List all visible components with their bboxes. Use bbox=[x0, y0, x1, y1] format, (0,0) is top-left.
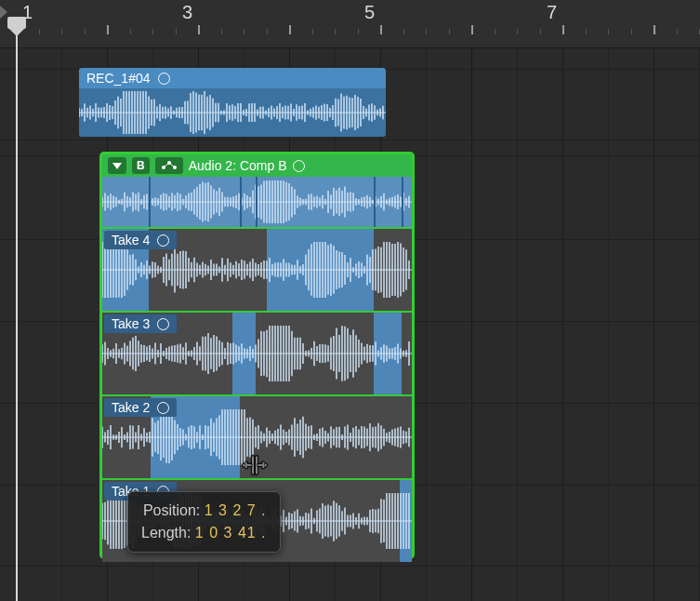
tooltip-row: Position: 1 3 2 7 . bbox=[141, 500, 267, 522]
ruler-tick bbox=[267, 29, 268, 34]
take-label[interactable]: Take 3 bbox=[104, 314, 177, 333]
region-name: REC_1#04 bbox=[86, 71, 151, 86]
grid-line bbox=[517, 48, 518, 601]
ruler-tick bbox=[152, 29, 153, 34]
ruler-tick bbox=[61, 29, 62, 34]
waveform bbox=[79, 91, 386, 134]
loop-icon bbox=[157, 318, 169, 330]
ruler-tick-bar bbox=[654, 25, 655, 34]
tooltip-label: Position: bbox=[143, 502, 200, 518]
ruler-tick bbox=[403, 29, 404, 34]
ruler-tick-bar bbox=[198, 25, 200, 34]
take-label[interactable]: Take 4 bbox=[104, 231, 177, 249]
ruler-tick bbox=[221, 29, 222, 34]
ruler-tick bbox=[130, 29, 131, 34]
grid-line bbox=[0, 566, 700, 567]
tooltip-position-value: 1 3 2 7 . bbox=[205, 502, 267, 518]
comp-segment-divider[interactable] bbox=[240, 177, 242, 227]
tooltip-label: Length: bbox=[141, 525, 191, 541]
ruler-number: 7 bbox=[547, 2, 558, 23]
loop-icon bbox=[157, 402, 169, 414]
region-header: REC_1#04 bbox=[79, 68, 386, 88]
ruler-tick bbox=[631, 29, 632, 34]
playhead[interactable] bbox=[16, 30, 18, 601]
take-lane[interactable]: Take 2 bbox=[102, 396, 412, 478]
ruler-number: 3 bbox=[182, 2, 193, 23]
grid-line bbox=[608, 48, 609, 601]
comp-title: Audio 2: Comp B bbox=[189, 158, 287, 173]
play-indicator-icon bbox=[0, 6, 7, 19]
ruler-tick bbox=[85, 29, 86, 34]
take-label[interactable]: Take 2 bbox=[104, 398, 177, 417]
ruler-tick-bar bbox=[289, 25, 291, 34]
grid-line bbox=[426, 48, 427, 601]
ruler-tick bbox=[608, 29, 609, 34]
waveform-area bbox=[79, 88, 386, 137]
chevron-down-icon bbox=[112, 163, 122, 169]
comp-waveform-lane[interactable] bbox=[102, 177, 412, 227]
audio-region-rec1-04[interactable]: REC_1#04 bbox=[79, 68, 386, 137]
ruler-tick-bar bbox=[107, 25, 109, 34]
comp-segment-divider[interactable] bbox=[374, 177, 376, 227]
ruler-tick bbox=[495, 29, 495, 34]
take-lane[interactable]: Take 3 bbox=[102, 313, 412, 394]
waveform bbox=[102, 242, 412, 298]
ruler-number: 5 bbox=[364, 2, 376, 23]
ruler-tick bbox=[540, 29, 541, 34]
loop-icon bbox=[293, 160, 305, 172]
comp-segment-divider[interactable] bbox=[256, 177, 258, 227]
comp-version-button[interactable]: B bbox=[132, 157, 150, 174]
ruler-tick-bar bbox=[562, 25, 564, 34]
tooltip-length-value: 1 0 3 41 . bbox=[195, 525, 267, 541]
ruler-tick bbox=[312, 29, 313, 34]
ruler-tick-bar bbox=[471, 25, 473, 34]
comp-header[interactable]: B Audio 2: Comp B bbox=[102, 154, 412, 177]
waveform bbox=[102, 326, 412, 381]
loop-icon bbox=[157, 234, 169, 247]
ruler-tick bbox=[335, 29, 336, 34]
waveform bbox=[102, 409, 412, 465]
ruler-tick bbox=[426, 29, 427, 34]
ruler-tick bbox=[586, 29, 587, 34]
ruler-tick bbox=[176, 29, 177, 34]
ruler-tick bbox=[449, 29, 450, 34]
take-name: Take 4 bbox=[112, 233, 150, 247]
ruler-tick-bar bbox=[380, 25, 382, 34]
ruler-tick bbox=[39, 29, 40, 34]
loop-icon bbox=[158, 73, 170, 85]
tooltip-row: Length: 1 0 3 41 . bbox=[141, 522, 267, 544]
disclosure-button[interactable] bbox=[108, 157, 126, 174]
take-lane[interactable]: Take 4 bbox=[102, 229, 412, 311]
position-length-tooltip: Position: 1 3 2 7 . Length: 1 0 3 41 . bbox=[127, 491, 281, 553]
quick-swipe-button[interactable] bbox=[155, 157, 183, 174]
ruler-tick bbox=[244, 29, 244, 34]
comp-segment-divider[interactable] bbox=[149, 177, 151, 227]
grid-line bbox=[654, 48, 654, 601]
timeline-ruler[interactable]: 1357 bbox=[0, 0, 700, 48]
grid-line bbox=[61, 48, 62, 601]
grid-line bbox=[562, 48, 563, 601]
ruler-tick bbox=[517, 29, 518, 34]
comp-segment-divider[interactable] bbox=[402, 177, 403, 227]
grid-line bbox=[471, 48, 472, 601]
ruler-tick bbox=[677, 29, 678, 34]
comp-dots-icon bbox=[160, 160, 178, 171]
grid-line bbox=[0, 140, 700, 140]
take-name: Take 3 bbox=[112, 316, 150, 331]
ruler-tick bbox=[358, 29, 359, 34]
take-name: Take 2 bbox=[112, 400, 150, 415]
